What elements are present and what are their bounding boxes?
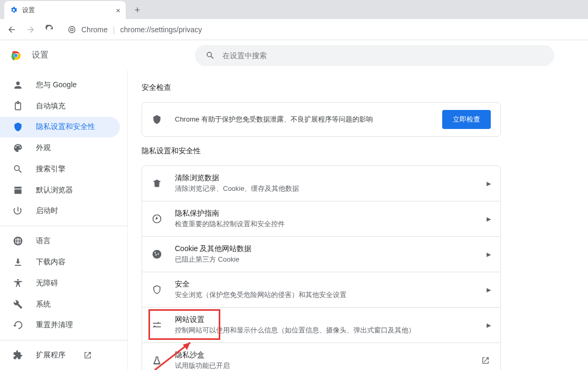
svg-point-1 bbox=[71, 28, 73, 31]
shield-icon bbox=[13, 122, 23, 132]
row-subtitle: 试用版功能已开启 bbox=[175, 361, 468, 370]
sidebar-item-default-browser[interactable]: 默认浏览器 bbox=[0, 180, 120, 201]
sidebar-label: 重置并清理 bbox=[36, 320, 73, 330]
browser-toolbar: Chrome | chrome://settings/privacy bbox=[0, 19, 588, 40]
sidebar-label: 下载内容 bbox=[36, 257, 66, 267]
trash-icon bbox=[152, 178, 162, 189]
omnibox-url: chrome://settings/privacy bbox=[120, 25, 202, 34]
wrench-icon bbox=[13, 299, 23, 310]
chrome-logo-icon bbox=[10, 49, 22, 62]
sidebar-item-accessibility[interactable]: 无障碍 bbox=[0, 273, 120, 294]
privacy-card: 清除浏览数据清除浏览记录、Cookie、缓存及其他数据 ▶ 隐私保护指南检查重要… bbox=[142, 165, 501, 370]
sidebar-label: 搜索引擎 bbox=[36, 164, 66, 174]
palette-icon bbox=[13, 143, 23, 153]
sidebar-label: 扩展程序 bbox=[36, 350, 66, 360]
flask-icon bbox=[152, 355, 162, 366]
sidebar-item-downloads[interactable]: 下载内容 bbox=[0, 252, 120, 273]
omnibox-app: Chrome bbox=[81, 25, 108, 34]
row-title: 网站设置 bbox=[175, 315, 474, 325]
chevron-right-icon: ▶ bbox=[487, 286, 491, 293]
sidebar-label: 默认浏览器 bbox=[36, 186, 73, 195]
restore-icon bbox=[13, 320, 23, 330]
browser-tab[interactable]: 设置 × bbox=[4, 1, 126, 19]
sidebar-label: 系统 bbox=[36, 300, 51, 309]
row-security[interactable]: 安全安全浏览（保护您免受危险网站的侵害）和其他安全设置 ▶ bbox=[142, 272, 500, 308]
arrow-left-icon bbox=[7, 25, 16, 34]
accessibility-icon bbox=[13, 278, 23, 289]
sidebar: 您与 Google 自动填充 隐私设置和安全性 外观 搜索引擎 默认浏览器 启动… bbox=[0, 70, 128, 370]
close-icon[interactable]: × bbox=[116, 6, 120, 15]
divider bbox=[0, 226, 127, 226]
row-title: 安全 bbox=[175, 280, 474, 289]
sidebar-item-you-and-google[interactable]: 您与 Google bbox=[0, 75, 120, 96]
clipboard-icon bbox=[13, 101, 23, 112]
search-icon bbox=[206, 51, 215, 60]
address-bar[interactable]: Chrome | chrome://settings/privacy bbox=[61, 22, 584, 38]
row-subtitle: 清除浏览记录、Cookie、缓存及其他数据 bbox=[175, 184, 474, 193]
section-title-privacy: 隐私设置和安全性 bbox=[142, 146, 501, 156]
sidebar-label: 无障碍 bbox=[36, 279, 58, 288]
sidebar-item-system[interactable]: 系统 bbox=[0, 294, 120, 315]
row-subtitle: 检查重要的隐私控制设置和安全控件 bbox=[175, 219, 474, 229]
tune-icon bbox=[152, 320, 162, 330]
settings-search[interactable] bbox=[195, 45, 554, 66]
row-privacy-guide[interactable]: 隐私保护指南检查重要的隐私控制设置和安全控件 ▶ bbox=[142, 201, 500, 237]
new-tab-button[interactable]: + bbox=[130, 3, 145, 17]
arrow-right-icon bbox=[26, 25, 35, 34]
chevron-right-icon: ▶ bbox=[487, 180, 491, 187]
tab-strip: 设置 × + bbox=[0, 0, 588, 19]
sidebar-item-privacy[interactable]: 隐私设置和安全性 bbox=[0, 117, 120, 138]
reload-icon bbox=[45, 25, 54, 34]
person-icon bbox=[13, 80, 23, 90]
chrome-icon bbox=[68, 25, 76, 34]
section-title-safety: 安全检查 bbox=[142, 83, 501, 92]
search-icon bbox=[13, 164, 23, 174]
shield-outline-icon bbox=[152, 284, 162, 295]
power-icon bbox=[13, 206, 23, 216]
sidebar-item-appearance[interactable]: 外观 bbox=[0, 137, 120, 159]
sidebar-item-search-engine[interactable]: 搜索引擎 bbox=[0, 159, 120, 180]
chevron-right-icon: ▶ bbox=[487, 216, 491, 223]
compass-icon bbox=[152, 214, 162, 224]
row-privacy-sandbox[interactable]: 隐私沙盒试用版功能已开启 bbox=[142, 343, 500, 370]
safety-description: Chrome 有助于保护您免受数据泄露、不良扩展程序等问题的影响 bbox=[175, 115, 430, 124]
open-in-new-icon bbox=[480, 355, 491, 366]
globe-icon bbox=[13, 236, 23, 246]
sidebar-label: 外观 bbox=[36, 143, 51, 153]
row-site-settings[interactable]: 网站设置控制网站可以使用和显示什么信息（如位置信息、摄像头、弹出式窗口及其他） … bbox=[142, 308, 500, 343]
row-clear-browsing-data[interactable]: 清除浏览数据清除浏览记录、Cookie、缓存及其他数据 ▶ bbox=[142, 166, 500, 201]
sidebar-item-language[interactable]: 语言 bbox=[0, 230, 120, 252]
row-subtitle: 控制网站可以使用和显示什么信息（如位置信息、摄像头、弹出式窗口及其他） bbox=[175, 326, 474, 335]
chevron-right-icon: ▶ bbox=[487, 251, 491, 258]
row-subtitle: 已阻止第三方 Cookie bbox=[175, 255, 474, 264]
sidebar-item-reset[interactable]: 重置并清理 bbox=[0, 314, 120, 336]
sidebar-label: 启动时 bbox=[36, 206, 58, 216]
check-now-button[interactable]: 立即检查 bbox=[442, 110, 491, 129]
shield-check-icon bbox=[152, 114, 162, 125]
sidebar-label: 自动填充 bbox=[36, 101, 66, 111]
extension-icon bbox=[13, 350, 23, 360]
sidebar-label: 隐私设置和安全性 bbox=[36, 122, 95, 132]
safety-check-card: Chrome 有助于保护您免受数据泄露、不良扩展程序等问题的影响 立即检查 bbox=[142, 102, 501, 137]
cookie-icon bbox=[152, 249, 162, 260]
search-input[interactable] bbox=[222, 51, 544, 60]
divider bbox=[0, 340, 127, 340]
browser-icon bbox=[13, 185, 23, 196]
row-title: 隐私保护指南 bbox=[175, 209, 474, 218]
row-title: 隐私沙盒 bbox=[175, 350, 468, 360]
reload-button[interactable] bbox=[42, 22, 57, 37]
download-icon bbox=[13, 257, 23, 267]
back-button[interactable] bbox=[4, 22, 19, 37]
sidebar-item-autofill[interactable]: 自动填充 bbox=[0, 96, 120, 117]
sidebar-item-extensions[interactable]: 扩展程序 bbox=[0, 345, 120, 366]
forward-button[interactable] bbox=[23, 22, 38, 37]
row-title: 清除浏览数据 bbox=[175, 173, 474, 183]
sidebar-label: 您与 Google bbox=[36, 80, 77, 90]
row-subtitle: 安全浏览（保护您免受危险网站的侵害）和其他安全设置 bbox=[175, 290, 474, 300]
sidebar-item-on-startup[interactable]: 启动时 bbox=[0, 201, 120, 222]
page-title: 设置 bbox=[32, 50, 49, 61]
open-in-new-icon bbox=[82, 350, 93, 360]
gear-icon bbox=[10, 6, 18, 14]
page-header: 设置 bbox=[0, 40, 588, 70]
row-cookies[interactable]: Cookie 及其他网站数据已阻止第三方 Cookie ▶ bbox=[142, 237, 500, 272]
